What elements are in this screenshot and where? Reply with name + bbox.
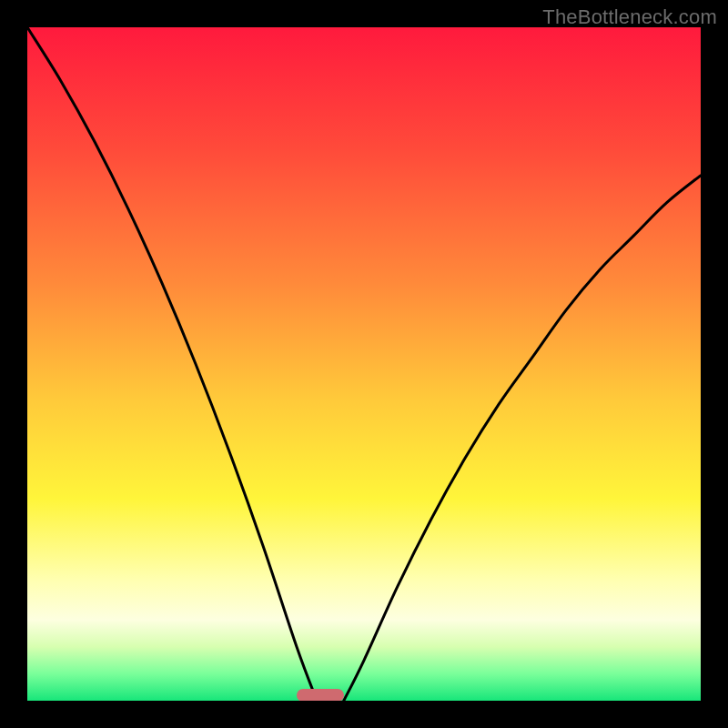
right-curve bbox=[344, 176, 701, 701]
left-curve bbox=[27, 27, 317, 701]
optimum-marker bbox=[297, 689, 344, 701]
watermark-text: TheBottleneck.com bbox=[542, 5, 717, 29]
chart-frame: TheBottleneck.com bbox=[0, 0, 728, 728]
plot-area bbox=[27, 27, 701, 701]
curve-layer bbox=[27, 27, 701, 701]
